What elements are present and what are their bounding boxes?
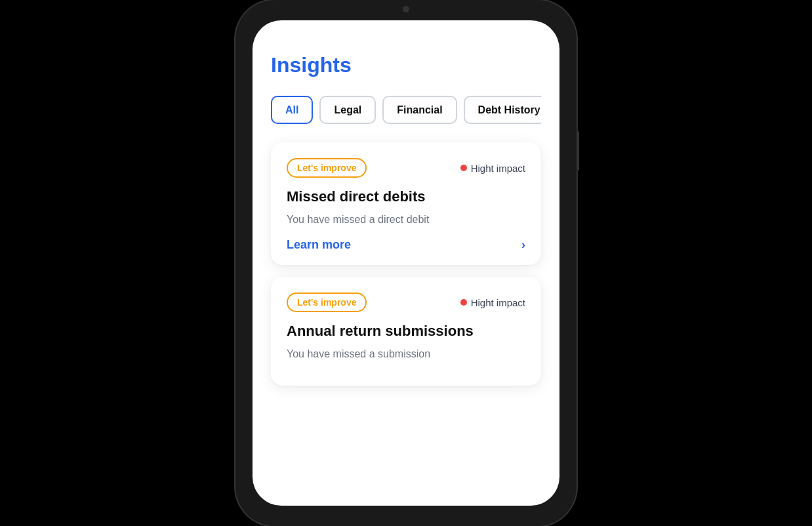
- tab-financial[interactable]: Financial: [382, 96, 457, 124]
- tab-legal[interactable]: Legal: [319, 96, 376, 124]
- page-title: Insights: [271, 53, 541, 77]
- impact-indicator-1: Hight impact: [460, 163, 525, 174]
- notch-dot: [403, 6, 409, 12]
- phone-notch: [367, 0, 445, 18]
- card-1-learn-more-row: Learn more ›: [287, 238, 525, 252]
- impact-dot-2: [460, 299, 467, 306]
- card-2-header: Let's improve Hight impact: [287, 293, 525, 312]
- impact-dot-1: [460, 165, 467, 171]
- phone-frame: Insights All Legal Financial Debt Histor…: [235, 0, 577, 526]
- impact-label-1: Hight impact: [471, 163, 525, 174]
- insight-card-2: Let's improve Hight impact Annual return…: [271, 277, 541, 386]
- card-2-title: Annual return submissions: [287, 323, 525, 340]
- insight-card-1: Let's improve Hight impact Missed direct…: [271, 142, 541, 265]
- card-1-title: Missed direct debits: [287, 188, 525, 205]
- card-1-description: You have missed a direct debit: [287, 212, 525, 228]
- screen-content: Insights All Legal Financial Debt Histor…: [253, 20, 559, 506]
- tab-all[interactable]: All: [271, 96, 313, 124]
- card-1-header: Let's improve Hight impact: [287, 158, 525, 178]
- improve-badge-1: Let's improve: [287, 158, 367, 178]
- improve-badge-2: Let's improve: [287, 293, 367, 312]
- card-2-description: You have missed a submission: [287, 346, 525, 362]
- learn-more-link-1[interactable]: Learn more: [287, 238, 351, 252]
- tab-debt-history[interactable]: Debt History: [464, 96, 541, 124]
- phone-screen: Insights All Legal Financial Debt Histor…: [253, 20, 559, 506]
- side-button: [577, 131, 579, 171]
- chevron-right-icon-1: ›: [521, 238, 525, 252]
- impact-label-2: Hight impact: [471, 297, 525, 308]
- impact-indicator-2: Hight impact: [460, 297, 525, 308]
- filter-tabs: All Legal Financial Debt History ⚡ Upgra…: [271, 96, 541, 124]
